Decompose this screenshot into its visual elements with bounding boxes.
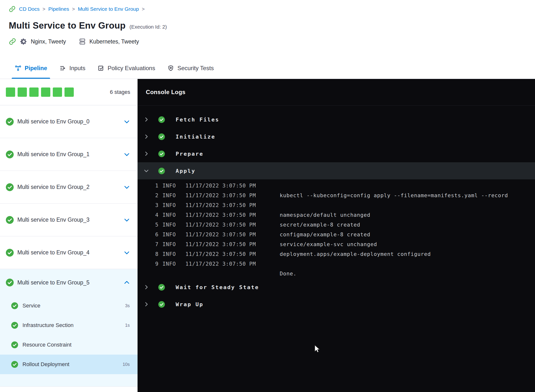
log-timestamp: 11/17/2022 3:07:50 PM xyxy=(185,220,280,230)
chevron-down-icon[interactable] xyxy=(123,249,130,256)
stage-list: Multi service to Env Group_0Multi servic… xyxy=(0,105,138,387)
link-icon xyxy=(9,38,16,45)
stages-summary: 6 stages xyxy=(0,79,138,105)
log-level: INFO xyxy=(162,191,185,200)
chevron-right-icon[interactable] xyxy=(143,117,149,122)
stage-success-icon xyxy=(6,183,14,191)
stage-block: Multi service to Env Group_5Service3sInf… xyxy=(0,269,138,387)
inputs-icon xyxy=(59,65,66,72)
log-line-number: 6 xyxy=(153,230,159,240)
chevron-right-icon[interactable] xyxy=(143,284,149,290)
log-level: INFO xyxy=(162,240,185,249)
tab-label: Pipeline xyxy=(25,65,47,72)
log-line-number: 2 xyxy=(153,191,159,200)
stage-label: Multi service to Env Group_2 xyxy=(17,184,123,190)
console-step-row[interactable]: Initialize xyxy=(138,128,535,145)
console-step-row[interactable]: Prepare xyxy=(138,145,535,162)
shield-icon xyxy=(167,65,174,72)
tab-policy-evaluations[interactable]: Policy Evaluations xyxy=(97,57,155,79)
chevron-right-icon[interactable] xyxy=(143,151,149,157)
step-row[interactable]: Resource Constraint xyxy=(0,335,138,355)
stage-row-0[interactable]: Multi service to Env Group_0 xyxy=(0,105,138,138)
chevron-down-icon[interactable] xyxy=(123,151,130,158)
log-line: 3INFO11/17/2022 3:07:50 PM xyxy=(138,200,535,210)
log-level: INFO xyxy=(162,220,185,230)
breadcrumb-link-pipelines[interactable]: Pipelines xyxy=(48,6,69,12)
policy-check-icon xyxy=(97,65,104,72)
step-success-icon xyxy=(158,116,165,123)
chevron-right-icon[interactable] xyxy=(143,301,149,307)
breadcrumb-separator: > xyxy=(141,6,145,12)
stage-success-square xyxy=(64,87,74,97)
main-content: 6 stages Multi service to Env Group_0Mul… xyxy=(0,79,535,392)
stage-success-square xyxy=(53,87,62,97)
step-success-icon xyxy=(11,361,18,368)
stage-block: Multi service to Env Group_3 xyxy=(0,204,138,236)
log-line: 9INFO11/17/2022 3:07:50 PM xyxy=(138,259,535,269)
stage-success-icon xyxy=(6,151,14,158)
console-step-row[interactable]: Wrap Up xyxy=(138,296,535,313)
stage-count-label: 6 stages xyxy=(110,89,130,95)
log-line: 8INFO11/17/2022 3:07:50 PMdeployment.app… xyxy=(138,249,535,259)
chevron-down-icon[interactable] xyxy=(123,118,130,125)
breadcrumb-link-cd-docs[interactable]: CD Docs xyxy=(19,6,40,12)
console-step-row[interactable]: Wait for Steady State xyxy=(138,279,535,296)
log-line: 5INFO11/17/2022 3:07:50 PMsecret/example… xyxy=(138,220,535,230)
step-row[interactable]: Rollout Deployment10s xyxy=(0,355,138,374)
stage-label: Multi service to Env Group_0 xyxy=(17,118,123,125)
console-title: Console Logs xyxy=(146,89,185,96)
stage-row-4[interactable]: Multi service to Env Group_4 xyxy=(0,236,138,269)
chevron-right-icon[interactable] xyxy=(143,134,149,140)
page-header: CD Docs > Pipelines > Multi Service to E… xyxy=(0,0,535,46)
breadcrumb-link-pipeline-name[interactable]: Multi Service to Env Group xyxy=(78,6,139,12)
stage-row-1[interactable]: Multi service to Env Group_1 xyxy=(0,138,138,171)
tab-pipeline[interactable]: Pipeline xyxy=(15,57,47,79)
chevron-down-icon[interactable] xyxy=(143,168,149,174)
step-success-icon xyxy=(11,341,18,348)
step-duration: 3s xyxy=(125,303,130,308)
log-line: Done. xyxy=(138,269,535,279)
step-duration: 10s xyxy=(123,362,130,367)
stage-row-5[interactable]: Multi service to Env Group_5 xyxy=(0,269,138,296)
log-timestamp: 11/17/2022 3:07:50 PM xyxy=(185,259,280,269)
console-step-row[interactable]: Fetch Files xyxy=(138,111,535,128)
stage-row-2[interactable]: Multi service to Env Group_2 xyxy=(0,171,138,203)
step-success-icon xyxy=(158,301,165,308)
log-level: INFO xyxy=(162,249,185,259)
stage-success-square xyxy=(6,87,15,97)
breadcrumb-separator: > xyxy=(72,6,75,12)
log-timestamp: 11/17/2022 3:07:50 PM xyxy=(185,200,280,210)
log-line-number: 3 xyxy=(153,200,159,210)
log-level: INFO xyxy=(162,200,185,210)
stage-block: Multi service to Env Group_0 xyxy=(0,105,138,138)
log-timestamp: 11/17/2022 3:07:50 PM xyxy=(185,240,280,249)
tab-security-tests[interactable]: Security Tests xyxy=(167,57,214,79)
step-row[interactable]: Infrastructure Section1s xyxy=(0,316,138,335)
step-label: Service xyxy=(22,303,125,309)
log-line: 6INFO11/17/2022 3:07:50 PMconfigmap/exam… xyxy=(138,230,535,240)
log-timestamp: 11/17/2022 3:07:50 PM xyxy=(185,249,280,259)
tab-inputs[interactable]: Inputs xyxy=(59,57,85,79)
log-timestamp: 11/17/2022 3:07:50 PM xyxy=(185,230,280,240)
stage-progress-squares xyxy=(6,87,110,97)
chevron-down-icon[interactable] xyxy=(123,184,130,191)
log-line-number: 5 xyxy=(153,220,159,230)
stage-row-3[interactable]: Multi service to Env Group_3 xyxy=(0,204,138,236)
step-success-icon xyxy=(11,302,18,309)
log-line: 2INFO11/17/2022 3:07:50 PMkubectl --kube… xyxy=(138,191,535,200)
log-timestamp: 11/17/2022 3:07:50 PM xyxy=(185,191,280,200)
step-label: Infrastructure Section xyxy=(22,322,125,328)
step-row[interactable]: Service3s xyxy=(0,296,138,316)
stage-success-icon xyxy=(6,118,14,126)
tab-label: Security Tests xyxy=(177,65,214,72)
console-step-label: Fetch Files xyxy=(176,117,219,123)
chevron-up-icon[interactable] xyxy=(123,279,130,286)
log-level: INFO xyxy=(162,230,185,240)
console-step-row[interactable]: Apply xyxy=(138,162,535,179)
log-line-number: 7 xyxy=(153,240,159,249)
log-message: namespace/default unchanged xyxy=(280,210,370,220)
stage-block: Multi service to Env Group_2 xyxy=(0,171,138,204)
stage-label: Multi service to Env Group_1 xyxy=(17,151,123,158)
chevron-down-icon[interactable] xyxy=(123,217,130,223)
log-level: INFO xyxy=(162,210,185,220)
